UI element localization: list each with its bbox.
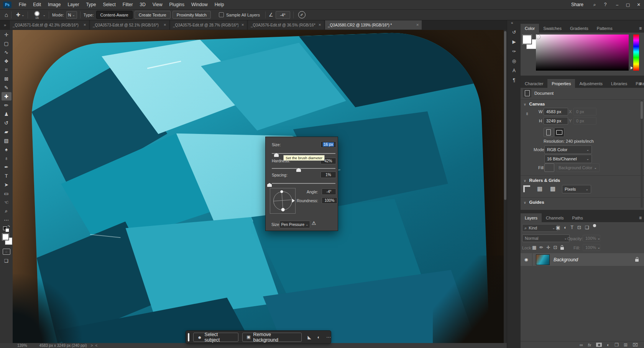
filter-pixel-layers-icon[interactable]: ▣ bbox=[556, 225, 560, 230]
dodge-tool[interactable]: ♁ bbox=[2, 154, 12, 162]
tab-character[interactable]: Character bbox=[521, 79, 547, 88]
color-picker-cursor[interactable] bbox=[536, 35, 540, 39]
layer-name[interactable]: Background bbox=[554, 257, 578, 262]
new-adjustment-layer-icon[interactable]: ◐ bbox=[607, 342, 610, 348]
width-field[interactable]: 4583 px bbox=[544, 108, 568, 115]
new-group-icon[interactable]: ❐ bbox=[614, 342, 619, 348]
path-selection-tool[interactable]: ➤ bbox=[2, 180, 12, 189]
tab-paragraph[interactable]: Paragraph bbox=[631, 79, 644, 88]
canvas-section-header[interactable]: ∨Canvas bbox=[524, 102, 545, 106]
foreground-color-swatch[interactable] bbox=[2, 233, 9, 241]
taskbar-grip-handle[interactable] bbox=[188, 333, 189, 341]
menu-filter[interactable]: Filter bbox=[119, 0, 136, 9]
minimize-button[interactable]: – bbox=[612, 0, 623, 9]
close-icon[interactable]: ✕ bbox=[238, 23, 244, 27]
size-slider[interactable] bbox=[272, 153, 335, 154]
pixel-grid-icon[interactable]: ▩ bbox=[549, 185, 557, 193]
hue-slider-arrow[interactable] bbox=[631, 66, 633, 69]
canvas-scrollbar[interactable] bbox=[504, 30, 507, 343]
marquee-tool[interactable]: ▢ bbox=[2, 39, 12, 48]
document-tab-1[interactable]: _Q3A3571-Edit.tif @ 42.3% (RGB/16*)✕ bbox=[10, 20, 89, 30]
menu-layer[interactable]: Layer bbox=[64, 0, 82, 9]
link-layers-icon[interactable]: ∞ bbox=[580, 342, 583, 348]
document-tab-4[interactable]: _Q3A3576-Edit.tif @ 36.5% (RGB/16*)✕ bbox=[248, 20, 324, 30]
units-dropdown[interactable]: Pixels⌄ bbox=[562, 185, 591, 193]
filter-adjustment-layers-icon[interactable]: ◐ bbox=[564, 225, 567, 230]
layer-style-icon[interactable]: fx bbox=[588, 343, 591, 347]
angle-handle[interactable] bbox=[281, 208, 285, 212]
lock-position-icon[interactable]: ✛ bbox=[546, 245, 550, 250]
spacing-field[interactable]: 1% bbox=[320, 172, 336, 178]
filter-type-layers-icon[interactable]: T bbox=[571, 225, 573, 230]
help-icon[interactable]: ? bbox=[601, 2, 610, 7]
frame-tool[interactable]: ⊠ bbox=[2, 74, 12, 83]
canvas[interactable] bbox=[13, 30, 507, 343]
transform-selection-icon[interactable]: ◣ bbox=[308, 335, 311, 340]
tab-properties[interactable]: Properties bbox=[547, 79, 575, 88]
filter-shape-layers-icon[interactable]: ⊡ bbox=[577, 225, 581, 230]
menu-view[interactable]: View bbox=[149, 0, 166, 9]
lasso-tool[interactable]: ∿ bbox=[2, 48, 12, 56]
adjustment-icon[interactable]: ◐ bbox=[317, 335, 320, 340]
layer-row-background[interactable]: ◉ Background bbox=[521, 253, 644, 266]
spot-healing-brush-tool[interactable]: ✚ bbox=[2, 92, 12, 101]
tab-gradients[interactable]: Gradients bbox=[566, 24, 593, 33]
lock-transparency-icon[interactable]: ▦ bbox=[532, 245, 536, 250]
scrollbar-thumb[interactable] bbox=[641, 101, 643, 119]
menu-file[interactable]: File bbox=[15, 0, 30, 9]
menu-help[interactable]: Help bbox=[211, 0, 228, 9]
brush-angle-widget[interactable] bbox=[270, 188, 296, 214]
rectangle-tool[interactable]: ▭ bbox=[2, 189, 12, 198]
tab-paths[interactable]: Paths bbox=[568, 213, 587, 222]
hue-slider[interactable] bbox=[633, 35, 639, 71]
size-field[interactable]: 16 px bbox=[320, 141, 336, 148]
close-icon[interactable]: ✕ bbox=[413, 23, 419, 27]
guides-section-header[interactable]: ∨Guides bbox=[524, 200, 544, 205]
bit-depth-dropdown[interactable]: 16 Bits/Channel⌄ bbox=[544, 155, 592, 163]
zoom-level-field[interactable]: 139% bbox=[17, 343, 27, 348]
menu-3d[interactable]: 3D bbox=[136, 0, 149, 9]
angle-field[interactable]: -4° bbox=[322, 188, 336, 195]
actions-icon[interactable]: ▶ bbox=[509, 38, 519, 46]
share-button[interactable]: Share bbox=[571, 2, 583, 7]
blend-mode-dropdown[interactable]: Normal⌄ bbox=[522, 234, 570, 242]
filter-smart-objects-icon[interactable]: ❏ bbox=[585, 225, 589, 230]
hardness-slider[interactable] bbox=[272, 168, 335, 169]
more-options-icon[interactable]: ⋯ bbox=[326, 335, 331, 340]
menu-window[interactable]: Window bbox=[188, 0, 211, 9]
lock-artboard-icon[interactable]: ⊡ bbox=[553, 245, 557, 250]
spacing-slider-thumb[interactable] bbox=[267, 183, 272, 187]
document-tab-3[interactable]: _Q3A3575-Edit.tif @ 28.7% (RGB/16*)✕ bbox=[170, 20, 247, 30]
tab-channels[interactable]: Channels bbox=[542, 213, 568, 222]
link-dimensions-icon[interactable]: ∞ bbox=[525, 112, 530, 115]
hand-tool[interactable]: ☜ bbox=[2, 198, 12, 206]
close-button[interactable]: ✕ bbox=[633, 0, 644, 9]
character-panel-icon[interactable]: A bbox=[509, 66, 519, 74]
properties-scrollbar[interactable] bbox=[641, 100, 643, 208]
new-layer-icon[interactable]: ⊞ bbox=[624, 342, 628, 348]
layer-thumbnail[interactable] bbox=[536, 254, 550, 265]
maximize-button[interactable]: ▢ bbox=[623, 0, 633, 9]
crop-tool[interactable]: ⌗ bbox=[2, 66, 12, 74]
clone-stamp-tool[interactable]: ♟ bbox=[2, 110, 12, 118]
spacing-slider[interactable] bbox=[272, 183, 335, 184]
screen-mode-button[interactable]: ❏ bbox=[3, 258, 10, 264]
size-control-dropdown[interactable]: Pen Pressure ⌄ bbox=[279, 221, 310, 228]
edit-toolbar[interactable]: ⋯ bbox=[2, 216, 12, 224]
brush-preset-picker[interactable]: 16 bbox=[33, 10, 42, 20]
panel-menu-icon[interactable]: ≡ bbox=[639, 81, 642, 86]
fill-swatch[interactable] bbox=[544, 163, 554, 172]
menu-edit[interactable]: Edit bbox=[30, 0, 44, 9]
type-tool[interactable]: T bbox=[2, 172, 12, 180]
grid-icon[interactable]: ▦ bbox=[536, 185, 544, 193]
menu-image[interactable]: Image bbox=[44, 0, 64, 9]
visibility-eye-icon[interactable]: ◉ bbox=[521, 253, 532, 266]
menu-type[interactable]: Type bbox=[82, 0, 99, 9]
brush-angle-field[interactable]: -4° bbox=[276, 11, 290, 19]
panel-menu-icon[interactable]: ≡ bbox=[639, 26, 642, 31]
lock-all-icon[interactable] bbox=[560, 247, 564, 250]
gradient-tool[interactable]: ▧ bbox=[2, 136, 12, 145]
close-icon[interactable]: ✕ bbox=[161, 23, 166, 27]
chevron-down-icon[interactable]: ⌄ bbox=[43, 13, 46, 17]
tab-adjustments[interactable]: Adjustments bbox=[575, 79, 607, 88]
